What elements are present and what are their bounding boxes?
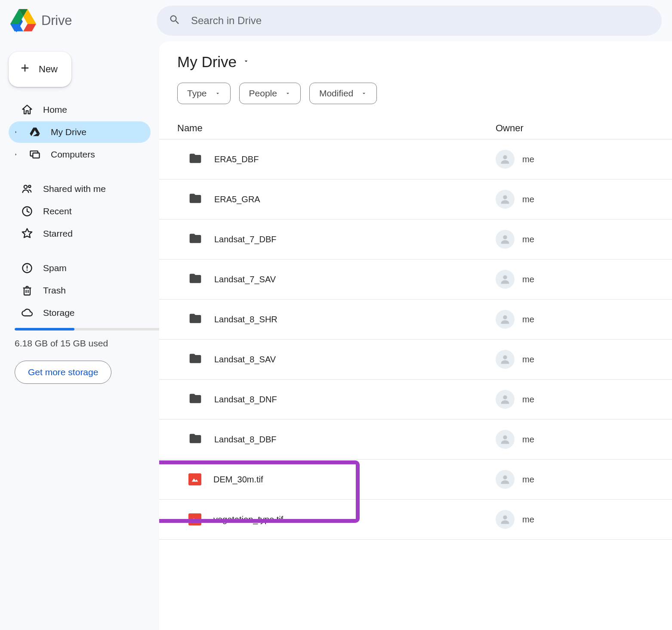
folder-icon [188, 151, 202, 167]
sidebar-item-starred[interactable]: Starred [9, 223, 151, 244]
cell-owner: me [496, 430, 607, 449]
filter-chip-type[interactable]: Type [177, 83, 231, 104]
sidebar-item-label: Computers [51, 149, 95, 160]
trash-icon [21, 284, 34, 296]
svg-point-20 [503, 315, 507, 319]
storage-meter [15, 328, 161, 330]
logo[interactable]: Drive [10, 9, 157, 32]
file-row[interactable]: vegetation_type.tifme [159, 500, 672, 540]
sidebar-item-my-drive[interactable]: My Drive [9, 121, 151, 143]
svg-point-25 [503, 476, 507, 479]
file-row[interactable]: Landsat_7_SAVme [159, 259, 672, 300]
cell-owner: me [496, 230, 607, 249]
file-row[interactable]: ERA5_DBFme [159, 139, 672, 179]
column-header-owner[interactable]: Owner [496, 123, 607, 134]
file-name: DEM_30m.tif [213, 475, 263, 485]
cell-name: Landsat_7_SAV [177, 272, 496, 287]
owner-avatar-icon [496, 230, 515, 249]
storage-text: 6.18 GB of 15 GB used [15, 338, 151, 349]
file-row[interactable]: Landsat_8_SAVme [159, 340, 672, 380]
sidebar-item-shared-with-me[interactable]: Shared with me [9, 178, 151, 200]
svg-marker-26 [192, 519, 198, 522]
filter-chip-people[interactable]: People [239, 83, 301, 104]
sidebar-item-label: Trash [43, 285, 66, 296]
sidebar-item-computers[interactable]: Computers [9, 144, 151, 165]
file-name: ERA5_GRA [214, 195, 260, 204]
column-header-name[interactable]: Name [177, 123, 496, 134]
home-icon [21, 104, 34, 116]
svg-rect-14 [27, 266, 28, 269]
folder-icon [188, 232, 202, 247]
file-row[interactable]: DEM_30m.tifme [159, 460, 672, 500]
folder-icon [188, 392, 202, 407]
sidebar-item-label: Spam [43, 263, 67, 273]
owner-avatar-icon [496, 430, 515, 449]
sidebar-item-recent[interactable]: Recent [9, 201, 151, 222]
file-name: Landsat_8_SAV [214, 355, 276, 364]
svg-point-23 [503, 435, 507, 439]
search-bar[interactable] [157, 6, 662, 36]
owner-avatar-icon [496, 190, 515, 209]
search-input[interactable] [191, 15, 650, 27]
caret-down-icon [215, 88, 221, 99]
cell-name: Landsat_8_SHR [177, 312, 496, 327]
svg-point-10 [24, 185, 27, 188]
filter-chip-label: Type [187, 88, 207, 99]
file-row[interactable]: Landsat_7_DBFme [159, 219, 672, 259]
file-row[interactable]: Landsat_8_SHRme [159, 300, 672, 340]
file-name: ERA5_DBF [214, 154, 259, 164]
owner-avatar-icon [496, 510, 515, 529]
svg-marker-7 [33, 134, 40, 136]
file-list: ERA5_DBFmeERA5_GRAmeLandsat_7_DBFmeLands… [159, 139, 672, 540]
filter-chip-label: Modified [319, 88, 353, 99]
file-row[interactable]: Landsat_8_DBFme [159, 420, 672, 460]
cell-name: DEM_30m.tif [177, 473, 496, 485]
image-file-icon [188, 513, 201, 525]
sidebar-item-storage[interactable]: Storage [9, 302, 151, 324]
breadcrumb[interactable]: My Drive [159, 53, 672, 71]
main: My Drive TypePeopleModified Name Owner E… [159, 41, 672, 630]
sidebar-item-trash[interactable]: Trash [9, 280, 151, 301]
svg-point-22 [503, 395, 507, 399]
filter-chip-label: People [249, 88, 277, 99]
cell-owner: me [496, 470, 607, 489]
file-row[interactable]: Landsat_8_DNFme [159, 380, 672, 420]
svg-point-19 [503, 275, 507, 279]
cell-owner: me [496, 190, 607, 209]
folder-icon [188, 272, 202, 287]
plus-icon [19, 62, 31, 77]
folder-icon [188, 312, 202, 327]
shared-icon [21, 183, 34, 195]
owner-text: me [522, 154, 534, 164]
file-name: vegetation_type.tif [213, 515, 283, 525]
cell-name: ERA5_DBF [177, 151, 496, 167]
sidebar-item-label: Storage [43, 308, 75, 318]
cell-owner: me [496, 310, 607, 329]
sidebar-item-home[interactable]: Home [9, 99, 151, 120]
svg-marker-3 [10, 24, 23, 31]
owner-text: me [522, 475, 534, 485]
owner-text: me [522, 515, 534, 525]
computers-icon [28, 148, 41, 161]
owner-avatar-icon [496, 270, 515, 289]
app-name: Drive [41, 13, 72, 28]
filter-chip-modified[interactable]: Modified [309, 83, 377, 104]
file-name: Landsat_7_SAV [214, 275, 276, 284]
drive-logo-icon [10, 9, 36, 32]
chevron-right-icon [14, 130, 19, 134]
owner-text: me [522, 195, 534, 204]
file-name: Landsat_8_DNF [214, 395, 277, 405]
header: Drive [0, 0, 672, 41]
sidebar: New HomeMy DriveComputers Shared with me… [0, 41, 159, 630]
file-row[interactable]: ERA5_GRAme [159, 179, 672, 219]
cell-owner: me [496, 390, 607, 409]
get-more-storage-button[interactable]: Get more storage [15, 361, 111, 384]
storage-icon [21, 307, 34, 319]
sidebar-item-spam[interactable]: Spam [9, 257, 151, 279]
cell-name: Landsat_8_DNF [177, 392, 496, 407]
cell-owner: me [496, 270, 607, 289]
svg-point-11 [28, 185, 31, 188]
new-button[interactable]: New [9, 52, 71, 87]
svg-rect-9 [33, 153, 39, 158]
caret-down-icon [243, 58, 250, 66]
